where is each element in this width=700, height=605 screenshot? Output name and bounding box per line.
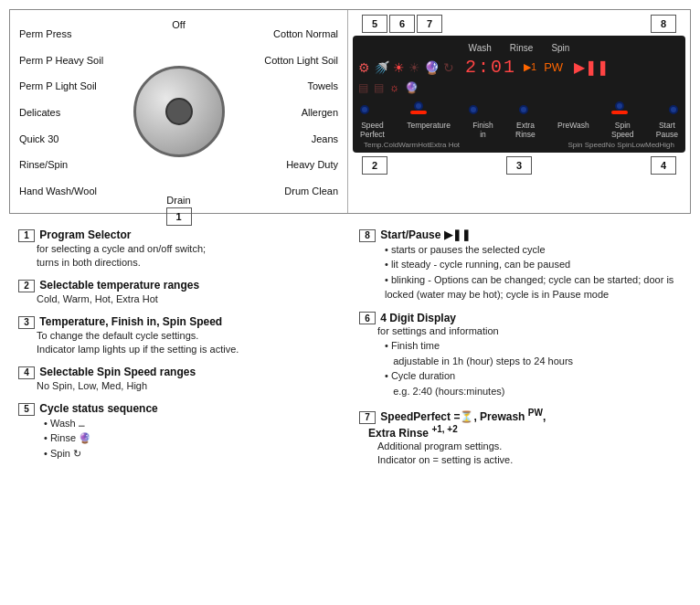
- spin-high: High: [660, 141, 674, 149]
- cycle-row-6: Rinse/Spin Heavy Duty: [19, 159, 338, 170]
- desc-item-1: 1 Program Selector for selecting a cycle…: [18, 228, 341, 270]
- cycle-quick30[interactable]: Quick 30: [19, 133, 138, 144]
- cycle-rinse-spin[interactable]: Rinse/Spin: [19, 159, 138, 170]
- speed-dot-area: [360, 105, 369, 114]
- desc-num-8: 8: [359, 229, 376, 242]
- spin-label: Spin: [551, 43, 569, 53]
- desc-label-6: 4 Digit Display: [380, 312, 456, 324]
- desc-bullet-8-3: blinking - Options can be changed; cycle…: [385, 272, 682, 302]
- cycle-perm-light[interactable]: Perm P Light Soil: [19, 80, 138, 91]
- display-screen: Wash Rinse Spin ⚙ 🚿 ☀ ☀ 🔮 ↻: [353, 36, 685, 153]
- cycle-jeans[interactable]: Jeans: [219, 133, 338, 144]
- desc-item-8: 8 Start/Pause ▶❚❚ starts or pauses the s…: [359, 228, 682, 302]
- display-dots-row: [358, 96, 680, 116]
- num-box-2: 2: [362, 156, 387, 175]
- num-box-3: 3: [506, 156, 532, 175]
- desc-item-6: 6 4 Digit Display for settings and infor…: [359, 312, 682, 399]
- num-box-8: 8: [651, 15, 676, 33]
- temp-hot: Hot: [418, 141, 429, 149]
- desc-title-1: 1 Program Selector: [18, 228, 341, 242]
- desc-text-2: Cold, Warm, Hot, Extra Hot: [37, 292, 341, 306]
- num-box-4: 4: [651, 156, 676, 175]
- desc-item-3: 3 Temperature, Finish in, Spin Speed To …: [18, 315, 341, 356]
- rinse-status-icon: 🔮: [424, 60, 440, 75]
- desc-title-8: 8 Start/Pause ▶❚❚: [359, 228, 682, 242]
- speed-perfect-dot: [360, 105, 369, 114]
- speed-perfect-icon: ⚙: [358, 60, 370, 75]
- left-panel: Off Perm Press Cotton Normal Perm P Heav…: [10, 10, 348, 213]
- spin-speed-label: Spin Speed: [567, 141, 605, 149]
- temp-icon-2: ☀: [408, 60, 420, 75]
- desc-num-2: 2: [18, 280, 35, 292]
- num-box-8-container: 8: [651, 15, 676, 33]
- spin-status-icon: ↻: [443, 60, 454, 75]
- desc-label-3: Temperature, Finish in, Spin Speed: [39, 315, 222, 328]
- digit-display: 2:01: [465, 57, 516, 78]
- cycle-handwash[interactable]: Hand Wash/Wool: [19, 186, 138, 196]
- start-pause-icon: ▶❚❚: [574, 58, 609, 76]
- num-box-1: 1: [166, 207, 192, 226]
- spin-med: Med: [645, 141, 660, 149]
- desc-text-1: for selecting a cycle and on/off switch;…: [37, 242, 341, 271]
- prewash-indicator: PW: [544, 60, 563, 74]
- start-pause-dot: [669, 105, 678, 114]
- cycle-allergen[interactable]: Allergen: [219, 107, 338, 118]
- desc-label-2: Selectable temperature ranges: [39, 279, 199, 292]
- label-speed-perfect: SpeedPerfect: [360, 121, 385, 139]
- extra-icon-4: 🔮: [405, 81, 419, 94]
- extra-rinse-dot: [519, 105, 528, 114]
- desc-bullet-rinse: Rinse 🔮: [44, 430, 341, 446]
- num-box-5: 5: [362, 15, 387, 33]
- finish-dot-area: [469, 105, 478, 114]
- desc-label-8: Start/Pause ▶❚❚: [380, 228, 470, 241]
- cycle-row-2: Perm P Heavy Soil Cotton Light Soil: [19, 55, 338, 66]
- temp-extra-hot: Extra Hot: [430, 141, 460, 149]
- display-mid-row: ▤ ▤ ☼ 🔮: [358, 81, 680, 94]
- finish-dot: [469, 105, 478, 114]
- desc-num-4: 4: [18, 366, 35, 379]
- wash-label: Wash: [469, 43, 492, 53]
- spacer: [460, 141, 567, 149]
- temp-red-bar: [410, 111, 427, 114]
- extra-icon-1: ▤: [358, 81, 368, 94]
- cycle-heavy-duty[interactable]: Heavy Duty: [219, 159, 338, 170]
- rinse-label: Rinse: [510, 43, 534, 53]
- spin-low: Low: [631, 141, 645, 149]
- extra-rinse-dot-area: [519, 105, 528, 114]
- cycle-drum-clean[interactable]: Drum Clean: [219, 186, 338, 196]
- main-container: Off Perm Press Cotton Normal Perm P Heav…: [0, 0, 700, 494]
- desc-bullet-8-2: lit steady - cycle running, can be pause…: [385, 257, 682, 272]
- dial-inner: [165, 98, 193, 125]
- desc-item-2: 2 Selectable temperature ranges Cold, Wa…: [18, 279, 341, 306]
- label-prewash: PreWash: [557, 121, 589, 139]
- top-num-boxes: 5 6 7 8: [353, 15, 685, 36]
- desc-text-3: To change the default cycle settings.Ind…: [37, 329, 341, 357]
- spin-speed-dot: [615, 101, 624, 111]
- desc-text-4: No Spin, Low, Med, High: [37, 379, 341, 393]
- desc-bullet-6-2: Cycle duration e.g. 2:40 (hours:minutes): [385, 368, 682, 398]
- desc-text-7: Additional program settings.Indicator on…: [377, 440, 682, 468]
- num-box-7: 7: [417, 15, 442, 33]
- cycle-delicates[interactable]: Delicates: [19, 107, 138, 118]
- bottom-num-boxes-right: 2 3 4: [353, 153, 685, 175]
- desc-num-6: 6: [359, 312, 376, 324]
- desc-right: 8 Start/Pause ▶❚❚ starts or pauses the s…: [359, 228, 682, 477]
- cycle-towels[interactable]: Towels: [219, 80, 338, 91]
- desc-item-7: 7 SpeedPerfect =⏳, Prewash PW, Extra Rin…: [359, 408, 682, 467]
- desc-bullet-6-1: Finish time adjustable in 1h (hour) step…: [385, 338, 682, 368]
- cycle-perm-heavy[interactable]: Perm P Heavy Soil: [19, 55, 138, 66]
- desc-bullet-8-1: starts or pauses the selected cycle: [385, 242, 682, 258]
- desc-text-6: for settings and information: [377, 324, 682, 338]
- cycle-row-1: Perm Press Cotton Normal: [19, 28, 338, 39]
- spin-dot-area: [611, 101, 628, 114]
- cycle-cotton-normal[interactable]: Cotton Normal: [219, 28, 338, 39]
- cycle-perm-press[interactable]: Perm Press: [19, 28, 138, 39]
- wash-status-icon: 🚿: [374, 60, 389, 75]
- desc-label-5: Cycle status sequence: [39, 402, 157, 415]
- desc-title-7: 7 SpeedPerfect =⏳, Prewash PW, Extra Rin…: [359, 408, 682, 440]
- label-start-pause: StartPause: [656, 121, 678, 139]
- desc-title-2: 2 Selectable temperature ranges: [18, 279, 341, 292]
- cycle-cotton-light[interactable]: Cotton Light Soil: [219, 55, 338, 66]
- num-boxes-567: 5 6 7: [362, 15, 442, 33]
- desc-label-4: Selectable Spin Speed ranges: [39, 366, 196, 378]
